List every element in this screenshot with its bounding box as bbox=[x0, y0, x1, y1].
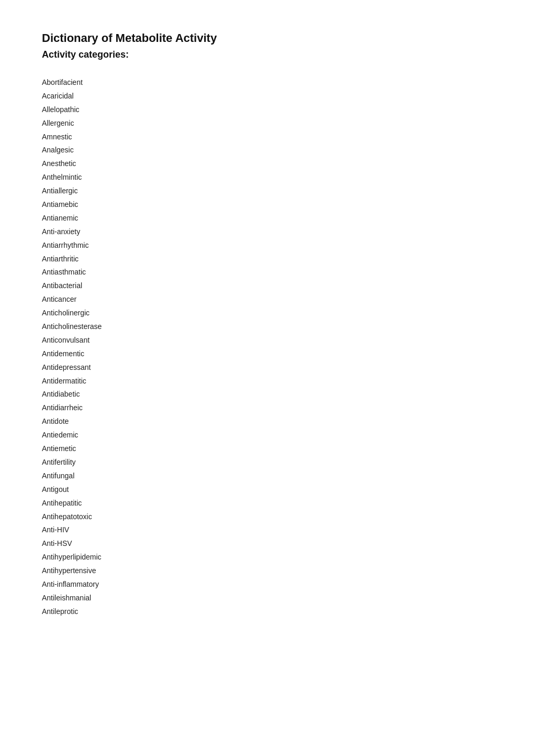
list-item: Antidiarrheic bbox=[42, 401, 492, 415]
list-item: Antiamebic bbox=[42, 198, 492, 212]
list-item: Antiarrhythmic bbox=[42, 239, 492, 253]
list-item: Antiarthritic bbox=[42, 253, 492, 266]
list-item: Antileishmanial bbox=[42, 591, 492, 605]
list-item: Anti-inflammatory bbox=[42, 578, 492, 591]
list-item: Anesthetic bbox=[42, 157, 492, 171]
activity-list: AbortifacientAcaricidalAllelopathicAller… bbox=[42, 76, 492, 619]
list-item: Antihepatotoxic bbox=[42, 510, 492, 524]
list-item: Anti-HIV bbox=[42, 523, 492, 537]
list-item: Antiedemic bbox=[42, 429, 492, 442]
list-item: Antihepatitic bbox=[42, 497, 492, 510]
list-item: Anthelmintic bbox=[42, 171, 492, 184]
list-item: Antiallergic bbox=[42, 184, 492, 198]
list-item: Antidepressant bbox=[42, 361, 492, 375]
list-item: Antidementic bbox=[42, 347, 492, 361]
list-item: Antidiabetic bbox=[42, 388, 492, 401]
list-item: Allergenic bbox=[42, 117, 492, 130]
list-item: Anticonvulsant bbox=[42, 334, 492, 347]
list-item: Antibacterial bbox=[42, 279, 492, 293]
list-item: Antigout bbox=[42, 483, 492, 497]
list-item: Antihypertensive bbox=[42, 564, 492, 578]
list-item: Antiasthmatic bbox=[42, 266, 492, 279]
list-item: Anti-anxiety bbox=[42, 225, 492, 239]
list-item: Antileprotic bbox=[42, 605, 492, 619]
list-item: Antiemetic bbox=[42, 442, 492, 456]
list-item: Antihyperlipidemic bbox=[42, 551, 492, 564]
section-title: Activity categories: bbox=[42, 49, 492, 60]
list-item: Acaricidal bbox=[42, 90, 492, 103]
list-item: Antifungal bbox=[42, 469, 492, 483]
list-item: Anti-HSV bbox=[42, 537, 492, 551]
list-item: Anticancer bbox=[42, 293, 492, 306]
list-item: Allelopathic bbox=[42, 103, 492, 117]
list-item: Analgesic bbox=[42, 144, 492, 157]
list-item: Amnestic bbox=[42, 130, 492, 144]
list-item: Anticholinergic bbox=[42, 306, 492, 320]
list-item: Antianemic bbox=[42, 212, 492, 225]
list-item: Anticholinesterase bbox=[42, 320, 492, 334]
list-item: Antidote bbox=[42, 415, 492, 429]
list-item: Antidermatitic bbox=[42, 375, 492, 388]
list-item: Abortifacient bbox=[42, 76, 492, 90]
list-item: Antifertility bbox=[42, 456, 492, 469]
page-title: Dictionary of Metabolite Activity bbox=[42, 31, 492, 45]
